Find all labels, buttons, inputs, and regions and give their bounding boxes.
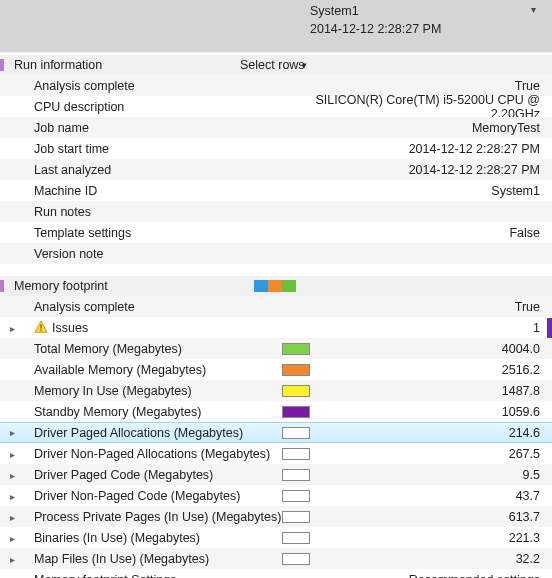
expander-icon[interactable]: ▸ (0, 470, 24, 481)
row-label-text: Analysis complete (34, 300, 135, 314)
table-row[interactable]: ▸Run notes (0, 201, 552, 222)
row-value: True (310, 300, 552, 314)
section-memory-footprint[interactable]: Memory footprint (0, 274, 552, 296)
row-label: Standby Memory (Megabytes) (24, 405, 310, 419)
table-row[interactable]: ▸Process Private Pages (In Use) (Megabyt… (0, 506, 552, 527)
row-label-text: Process Private Pages (In Use) (Megabyte… (34, 510, 281, 524)
row-value: 9.5 (310, 468, 552, 482)
row-label-text: Analysis complete (34, 79, 135, 93)
row-label: Analysis complete (24, 79, 310, 93)
section-swatches (254, 280, 296, 292)
row-label: Binaries (In Use) (Megabytes) (24, 531, 310, 545)
system-name: System1 (310, 4, 359, 18)
table-row[interactable]: ▸Version note (0, 243, 552, 264)
row-label: Analysis complete (24, 300, 310, 314)
row-label-text: Standby Memory (Megabytes) (34, 405, 201, 419)
table-row[interactable]: ▸Analysis completeTrue (0, 296, 552, 317)
section-run-information[interactable]: Run information Select rows ▾ (0, 53, 552, 75)
section-title: Memory footprint (10, 279, 108, 293)
color-swatch (282, 532, 310, 544)
section-marker-icon (0, 59, 4, 71)
row-label-text: Driver Non-Paged Code (Megabytes) (34, 489, 240, 503)
row-value: 221.3 (310, 531, 552, 545)
row-label-text: Memory In Use (Megabytes) (34, 384, 192, 398)
row-label-text: Version note (34, 247, 104, 261)
row-value: 43.7 (310, 489, 552, 503)
row-label-text: Job start time (34, 142, 109, 156)
expander-icon[interactable]: ▸ (0, 449, 24, 460)
expander-icon[interactable]: ▸ (0, 554, 24, 565)
warning-icon (34, 320, 48, 337)
row-label: Job name (24, 121, 310, 135)
expander-icon[interactable]: ▸ (0, 323, 24, 334)
color-swatch (282, 448, 310, 460)
expander-icon[interactable]: ▸ (0, 427, 24, 438)
row-label-text: Available Memory (Megabytes) (34, 363, 206, 377)
table-row[interactable]: ▸Issues1 (0, 317, 552, 338)
table-row[interactable]: ▸Last analyzed2014-12-12 2:28:27 PM (0, 159, 552, 180)
table-row[interactable]: ▸Memory In Use (Megabytes)1487.8 (0, 380, 552, 401)
row-label: Template settings (24, 226, 310, 240)
memory-footprint-table: ▸Analysis completeTrue▸Issues1▸Total Mem… (0, 296, 552, 578)
table-row[interactable]: ▸Map Files (In Use) (Megabytes)32.2 (0, 548, 552, 569)
row-value: 2014-12-12 2:28:27 PM (310, 142, 552, 156)
select-rows-button[interactable]: Select rows (240, 58, 305, 72)
table-row[interactable]: ▸Available Memory (Megabytes)2516.2 (0, 359, 552, 380)
row-value: 1059.6 (310, 405, 552, 419)
table-row[interactable]: ▸CPU descriptionSILICON(R) Core(TM) i5-5… (0, 96, 552, 117)
color-swatch (282, 427, 310, 439)
row-value: 1 (310, 321, 552, 335)
row-value: 2516.2 (310, 363, 552, 377)
row-value: 2014-12-12 2:28:27 PM (310, 163, 552, 177)
color-swatch (282, 364, 310, 376)
chevron-down-icon[interactable]: ▾ (302, 60, 307, 70)
row-label-text: Issues (52, 321, 88, 335)
row-value: 267.5 (310, 447, 552, 461)
row-label-text: Last analyzed (34, 163, 111, 177)
row-label-text: CPU description (34, 100, 124, 114)
row-label: Machine ID (24, 184, 310, 198)
column-header[interactable]: System1 2014-12-12 2:28:27 PM ▾ (0, 0, 552, 53)
table-row[interactable]: ▸Driver Non-Paged Code (Megabytes)43.7 (0, 485, 552, 506)
spacer (0, 264, 552, 274)
row-value: False (310, 226, 552, 240)
row-value: Recommended settings (310, 573, 552, 578)
table-row[interactable]: ▸Driver Paged Allocations (Megabytes)214… (0, 422, 552, 443)
table-row[interactable]: ▸Job start time2014-12-12 2:28:27 PM (0, 138, 552, 159)
expander-icon[interactable]: ▸ (0, 575, 24, 579)
row-value: 32.2 (310, 552, 552, 566)
row-value: System1 (310, 184, 552, 198)
row-label: Run notes (24, 205, 310, 219)
table-row[interactable]: ▸Total Memory (Megabytes)4004.0 (0, 338, 552, 359)
table-row[interactable]: ▸Template settingsFalse (0, 222, 552, 243)
table-row[interactable]: ▸Standby Memory (Megabytes)1059.6 (0, 401, 552, 422)
expander-icon[interactable]: ▸ (0, 512, 24, 523)
chevron-down-icon[interactable]: ▾ (531, 4, 536, 15)
row-label: Map Files (In Use) (Megabytes) (24, 552, 310, 566)
expander-icon[interactable]: ▸ (0, 491, 24, 502)
row-label: Process Private Pages (In Use) (Megabyte… (24, 510, 310, 524)
row-label: Memory In Use (Megabytes) (24, 384, 310, 398)
table-row[interactable]: ▸Binaries (In Use) (Megabytes)221.3 (0, 527, 552, 548)
expander-icon[interactable]: ▸ (0, 533, 24, 544)
row-label: Driver Non-Paged Code (Megabytes) (24, 489, 310, 503)
row-value: 4004.0 (310, 342, 552, 356)
color-swatch (282, 511, 310, 523)
svg-rect-1 (40, 324, 41, 328)
row-value: MemoryTest (310, 121, 552, 135)
table-row[interactable]: ▸Driver Non-Paged Allocations (Megabytes… (0, 443, 552, 464)
row-value: 1487.8 (310, 384, 552, 398)
table-row[interactable]: ▸Job nameMemoryTest (0, 117, 552, 138)
row-label-text: Job name (34, 121, 89, 135)
color-swatch (282, 553, 310, 565)
color-swatch (282, 406, 310, 418)
row-label: Driver Paged Code (Megabytes) (24, 468, 310, 482)
table-row[interactable]: ▸Memory footprint SettingsRecommended se… (0, 569, 552, 578)
table-row[interactable]: ▸Machine IDSystem1 (0, 180, 552, 201)
row-label-text: Driver Paged Code (Megabytes) (34, 468, 213, 482)
color-swatch (282, 490, 310, 502)
section-marker-icon (0, 280, 4, 292)
row-value: 214.6 (310, 426, 552, 440)
table-row[interactable]: ▸Driver Paged Code (Megabytes)9.5 (0, 464, 552, 485)
row-label: Driver Paged Allocations (Megabytes) (24, 426, 310, 440)
